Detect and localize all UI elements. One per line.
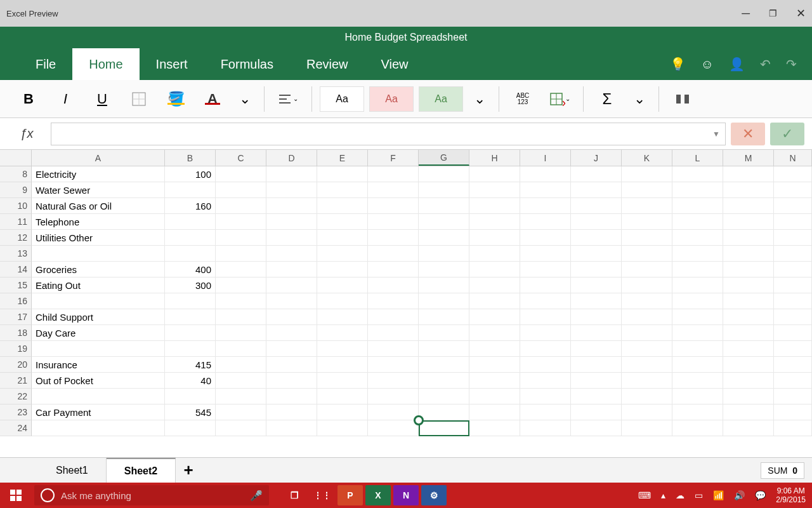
volume-icon[interactable]: 🔊 xyxy=(734,490,745,500)
cell-K18[interactable] xyxy=(622,325,672,341)
cell-N10[interactable] xyxy=(774,198,812,214)
cell-N14[interactable] xyxy=(774,262,812,277)
cell-M15[interactable] xyxy=(723,277,774,293)
mic-icon[interactable]: 🎤 xyxy=(250,490,263,502)
cell-L9[interactable] xyxy=(672,182,723,198)
cell-J16[interactable] xyxy=(571,293,622,309)
cell-F11[interactable] xyxy=(368,214,419,230)
cell-G22[interactable] xyxy=(419,389,469,404)
cell-J18[interactable] xyxy=(571,325,622,341)
sheet-tab-1[interactable]: Sheet1 xyxy=(38,458,107,483)
row-header-15[interactable]: 15 xyxy=(0,277,32,293)
borders-button[interactable] xyxy=(123,86,155,112)
column-header-I[interactable]: I xyxy=(520,150,571,166)
cell-E13[interactable] xyxy=(317,246,368,262)
cell-F8[interactable] xyxy=(368,166,419,182)
cell-K12[interactable] xyxy=(622,230,672,246)
cell-B13[interactable] xyxy=(165,246,216,262)
row-header-22[interactable]: 22 xyxy=(0,389,32,404)
column-header-E[interactable]: E xyxy=(317,150,368,166)
cell-A23[interactable]: Car Payment xyxy=(32,404,165,420)
battery-icon[interactable]: ▭ xyxy=(695,490,703,500)
cell-G16[interactable] xyxy=(419,293,469,309)
cell-G11[interactable] xyxy=(419,214,469,230)
row-header-20[interactable]: 20 xyxy=(0,357,32,373)
cell-M23[interactable] xyxy=(723,404,774,420)
column-header-M[interactable]: M xyxy=(723,150,774,166)
cell-H13[interactable] xyxy=(469,246,520,262)
settings-icon[interactable]: ⚙ xyxy=(421,485,447,505)
fill-color-button[interactable]: 🪣 xyxy=(160,86,192,112)
cell-H14[interactable] xyxy=(469,262,520,277)
cell-I21[interactable] xyxy=(520,373,571,389)
row-header-9[interactable]: 9 xyxy=(0,182,32,198)
cell-B20[interactable]: 415 xyxy=(165,357,216,373)
cell-I14[interactable] xyxy=(520,262,571,277)
cell-M16[interactable] xyxy=(723,293,774,309)
cell-J12[interactable] xyxy=(571,230,622,246)
cell-J24[interactable] xyxy=(571,420,622,436)
cell-H17[interactable] xyxy=(469,309,520,325)
autosum-dropdown[interactable]: ⌄ xyxy=(628,86,651,112)
cell-F9[interactable] xyxy=(368,182,419,198)
cell-I17[interactable] xyxy=(520,309,571,325)
cortana-search[interactable]: Ask me anything 🎤 xyxy=(34,485,269,505)
row-header-21[interactable]: 21 xyxy=(0,373,32,389)
cell-I20[interactable] xyxy=(520,357,571,373)
cell-N18[interactable] xyxy=(774,325,812,341)
column-header-G[interactable]: G xyxy=(419,150,469,166)
cell-L23[interactable] xyxy=(672,404,723,420)
cell-C22[interactable] xyxy=(216,389,266,404)
styles-dropdown[interactable]: ⌄ xyxy=(468,86,491,112)
cell-G24[interactable] xyxy=(419,420,469,436)
cell-D13[interactable] xyxy=(266,246,317,262)
tab-file[interactable]: File xyxy=(19,48,72,80)
cell-I22[interactable] xyxy=(520,389,571,404)
network-icon[interactable]: 📶 xyxy=(713,490,724,500)
cell-F19[interactable] xyxy=(368,341,419,357)
cell-C11[interactable] xyxy=(216,214,266,230)
cell-C24[interactable] xyxy=(216,420,266,436)
cell-M13[interactable] xyxy=(723,246,774,262)
cell-F17[interactable] xyxy=(368,309,419,325)
cell-H22[interactable] xyxy=(469,389,520,404)
tab-formulas[interactable]: Formulas xyxy=(204,48,290,80)
share-icon[interactable]: 👤 xyxy=(729,57,745,72)
start-button[interactable] xyxy=(0,483,32,508)
cell-C10[interactable] xyxy=(216,198,266,214)
cell-A22[interactable] xyxy=(32,389,165,404)
cell-E10[interactable] xyxy=(317,198,368,214)
cell-K16[interactable] xyxy=(622,293,672,309)
cell-K13[interactable] xyxy=(622,246,672,262)
cell-L13[interactable] xyxy=(672,246,723,262)
cell-H23[interactable] xyxy=(469,404,520,420)
cell-D14[interactable] xyxy=(266,262,317,277)
column-header-L[interactable]: L xyxy=(672,150,723,166)
cell-G10[interactable] xyxy=(419,198,469,214)
column-header-H[interactable]: H xyxy=(469,150,520,166)
cell-G13[interactable] xyxy=(419,246,469,262)
cell-C17[interactable] xyxy=(216,309,266,325)
row-header-12[interactable]: 12 xyxy=(0,230,32,246)
cell-J15[interactable] xyxy=(571,277,622,293)
cell-A9[interactable]: Water Sewer xyxy=(32,182,165,198)
cell-K9[interactable] xyxy=(622,182,672,198)
tab-insert[interactable]: Insert xyxy=(140,48,204,80)
cell-K14[interactable] xyxy=(622,262,672,277)
cell-A12[interactable]: Utilities Other xyxy=(32,230,165,246)
cell-H12[interactable] xyxy=(469,230,520,246)
cell-K23[interactable] xyxy=(622,404,672,420)
column-header-C[interactable]: C xyxy=(216,150,266,166)
cell-A13[interactable] xyxy=(32,246,165,262)
cell-E14[interactable] xyxy=(317,262,368,277)
cell-J23[interactable] xyxy=(571,404,622,420)
row-header-8[interactable]: 8 xyxy=(0,166,32,182)
cell-I8[interactable] xyxy=(520,166,571,182)
cell-L14[interactable] xyxy=(672,262,723,277)
cell-E11[interactable] xyxy=(317,214,368,230)
cell-B22[interactable] xyxy=(165,389,216,404)
cell-C12[interactable] xyxy=(216,230,266,246)
clock[interactable]: 9:06 AM 2/9/2015 xyxy=(776,486,806,504)
cell-L8[interactable] xyxy=(672,166,723,182)
cell-D10[interactable] xyxy=(266,198,317,214)
